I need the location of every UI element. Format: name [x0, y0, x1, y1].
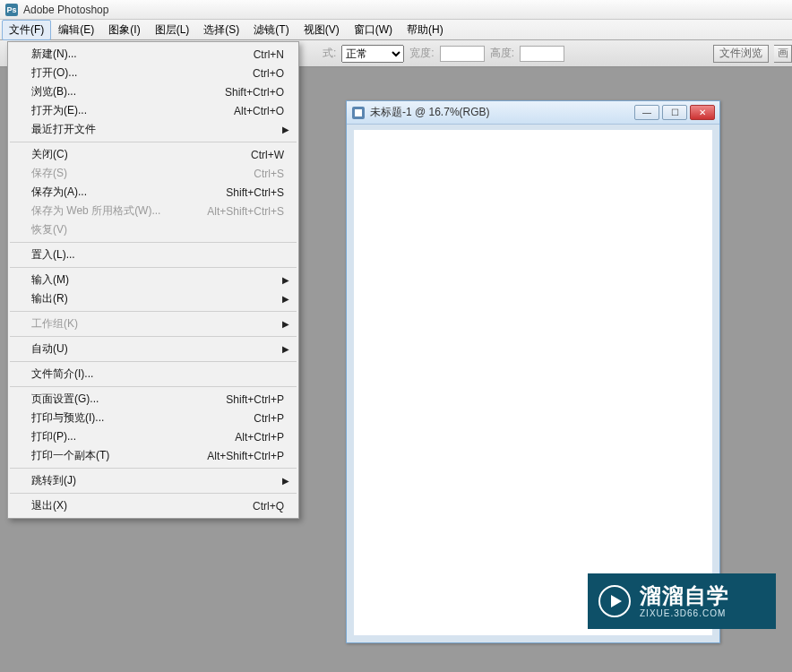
chevron-right-icon: ▶	[282, 344, 289, 354]
app-title: Adobe Photoshop	[23, 4, 108, 16]
menu-workgroup: 工作组(K)▶	[8, 314, 298, 333]
menu-browse[interactable]: 浏览(B)...Shift+Ctrl+O	[8, 82, 298, 101]
menubar: 文件(F) 编辑(E) 图象(I) 图层(L) 选择(S) 滤镜(T) 视图(V…	[0, 20, 792, 40]
menu-select[interactable]: 选择(S)	[196, 20, 246, 40]
document-frame	[347, 125, 719, 642]
document-window[interactable]: 未标题-1 @ 16.7%(RGB) — ☐ ✕	[346, 100, 720, 643]
canvas[interactable]	[354, 130, 712, 635]
menu-image[interactable]: 图象(I)	[101, 20, 147, 40]
width-label: 宽度:	[409, 46, 434, 61]
chevron-right-icon: ▶	[282, 294, 289, 304]
play-icon	[598, 585, 631, 617]
menu-jump-to[interactable]: 跳转到(J)▶	[8, 471, 298, 490]
menu-layer[interactable]: 图层(L)	[148, 20, 197, 40]
menu-file[interactable]: 文件(F)	[2, 20, 51, 40]
height-field[interactable]	[520, 46, 564, 62]
menu-place[interactable]: 置入(L)...	[8, 246, 298, 264]
menu-open[interactable]: 打开(O)...Ctrl+O	[8, 64, 298, 82]
separator	[10, 311, 297, 312]
photoshop-icon: Ps	[5, 4, 18, 16]
draw-button[interactable]: 画	[774, 45, 792, 63]
separator	[10, 267, 297, 268]
watermark: 溜溜自学 ZIXUE.3D66.COM	[588, 573, 776, 629]
menu-help[interactable]: 帮助(H)	[400, 20, 451, 40]
menu-page-setup[interactable]: 页面设置(G)...Shift+Ctrl+P	[8, 390, 298, 409]
menu-exit[interactable]: 退出(X)Ctrl+Q	[8, 496, 298, 515]
menu-file-info[interactable]: 文件简介(I)...	[8, 365, 298, 383]
menu-print-one-copy[interactable]: 打印一个副本(T)Alt+Shift+Ctrl+P	[8, 446, 298, 465]
watermark-title: 溜溜自学	[640, 584, 729, 607]
chevron-right-icon: ▶	[282, 275, 289, 285]
file-browse-button[interactable]: 文件浏览	[713, 45, 769, 63]
style-label: 式:	[323, 46, 336, 61]
document-icon	[352, 107, 365, 119]
menu-open-as[interactable]: 打开为(E)...Alt+Ctrl+O	[8, 101, 298, 120]
style-select[interactable]: 正常	[341, 45, 404, 63]
menu-automate[interactable]: 自动(U)▶	[8, 340, 298, 358]
separator	[10, 242, 297, 243]
menu-revert: 恢复(V)	[8, 220, 298, 239]
close-button[interactable]: ✕	[690, 105, 715, 120]
menu-print[interactable]: 打印(P)...Alt+Ctrl+P	[8, 427, 298, 446]
maximize-button[interactable]: ☐	[662, 105, 687, 120]
watermark-url: ZIXUE.3D66.COM	[640, 608, 729, 618]
menu-close[interactable]: 关闭(C)Ctrl+W	[8, 145, 298, 164]
menu-export[interactable]: 输出(R)▶	[8, 289, 298, 308]
menu-view[interactable]: 视图(V)	[297, 20, 347, 40]
menu-import[interactable]: 输入(M)▶	[8, 271, 298, 289]
menu-new[interactable]: 新建(N)...Ctrl+N	[8, 45, 298, 64]
menu-save-as[interactable]: 保存为(A)...Shift+Ctrl+S	[8, 183, 298, 202]
chevron-right-icon: ▶	[282, 125, 289, 134]
document-title: 未标题-1 @ 16.7%(RGB)	[370, 105, 632, 120]
titlebar: Ps Adobe Photoshop	[0, 0, 792, 20]
menu-edit[interactable]: 编辑(E)	[51, 20, 101, 40]
menu-save-web: 保存为 Web 所用格式(W)...Alt+Shift+Ctrl+S	[8, 202, 298, 220]
menu-window[interactable]: 窗口(W)	[347, 20, 400, 40]
menu-print-preview[interactable]: 打印与预览(I)...Ctrl+P	[8, 409, 298, 427]
minimize-button[interactable]: —	[634, 105, 659, 120]
file-menu-dropdown: 新建(N)...Ctrl+N 打开(O)...Ctrl+O 浏览(B)...Sh…	[7, 41, 299, 519]
document-titlebar[interactable]: 未标题-1 @ 16.7%(RGB) — ☐ ✕	[347, 101, 719, 125]
menu-filter[interactable]: 滤镜(T)	[246, 20, 296, 40]
chevron-right-icon: ▶	[282, 319, 289, 329]
height-label: 高度:	[490, 46, 514, 61]
menu-recent[interactable]: 最近打开文件▶	[8, 120, 298, 139]
separator	[10, 468, 297, 469]
separator	[10, 386, 297, 387]
separator	[10, 336, 297, 337]
menu-save: 保存(S)Ctrl+S	[8, 164, 298, 183]
separator	[10, 142, 297, 142]
chevron-right-icon: ▶	[282, 476, 289, 486]
separator	[10, 361, 297, 362]
width-field[interactable]	[440, 46, 485, 62]
separator	[10, 493, 297, 494]
